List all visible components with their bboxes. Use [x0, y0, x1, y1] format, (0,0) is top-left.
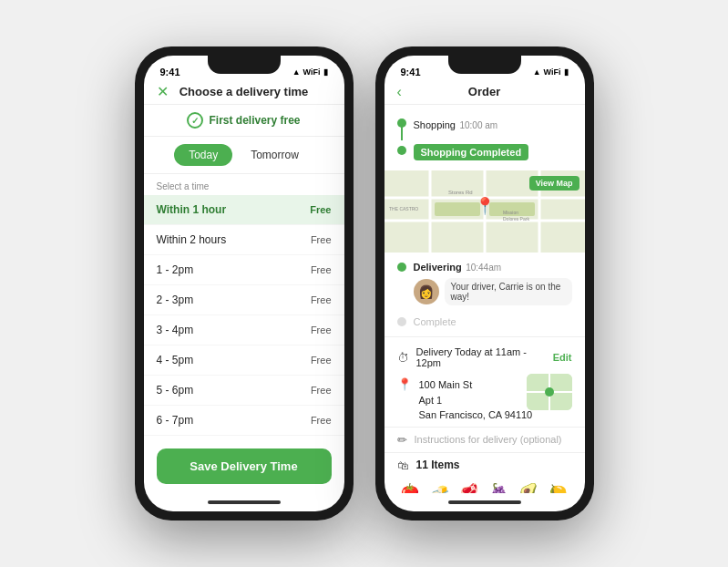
status-time-1: 9:41	[160, 67, 180, 77]
home-bar-2	[448, 500, 521, 504]
delivering-time: 10:44am	[466, 263, 501, 273]
timeline-line-0	[401, 124, 403, 140]
map-pin-icon: 📍	[475, 196, 495, 216]
phone-notch-1	[208, 56, 281, 74]
timeline-completed-label: Shopping Completed	[414, 144, 529, 160]
slot-label-0: Within 1 hour	[157, 203, 227, 216]
timeline-time-0: 10:00 am	[459, 120, 497, 130]
items-row: 🛍 11 Items	[385, 452, 585, 478]
slot-price-3: Free	[311, 294, 332, 305]
wifi-icon: WiFi	[303, 67, 321, 77]
address-text: 100 Main St Apt 1 San Francisco, CA 9411…	[419, 377, 533, 423]
home-indicator-1	[144, 493, 344, 511]
item-4: 🥑	[516, 478, 543, 494]
nav-bar-2: ‹ Order	[385, 81, 585, 105]
tab-row: Today Tomorrow	[144, 137, 344, 174]
item-3: 🍇	[486, 478, 513, 494]
timeline: Shopping 10:00 am Shopping Completed	[385, 105, 585, 170]
map-container: Stores Rd THE CASTRO Mission Dolores Par…	[385, 170, 585, 253]
item-2: 🥩	[456, 478, 484, 494]
slot-price-2: Free	[311, 264, 332, 275]
tab-tomorrow[interactable]: Tomorrow	[236, 144, 313, 166]
timeline-dot-1	[397, 146, 406, 155]
delivery-time-row: ⏱ Delivery Today at 11am - 12pm Edit	[385, 341, 585, 374]
delivering-info: Delivering 10:44am 👩 Your driver, Carrie…	[414, 258, 572, 305]
svg-rect-6	[435, 202, 480, 216]
item-1: 🧈	[426, 478, 454, 494]
slot-price-0: Free	[310, 204, 331, 215]
svg-point-15	[545, 387, 554, 397]
items-count: 11 Items	[416, 459, 460, 471]
status-time-2: 9:41	[401, 67, 421, 77]
slot-price-5: Free	[311, 355, 332, 366]
instructions-row: ✏ Instructions for delivery (optional)	[385, 427, 585, 452]
banner-text: First delivery free	[209, 114, 300, 127]
complete-dot	[397, 317, 406, 326]
nav-title-1: Choose a delivery time	[179, 85, 309, 98]
slot-label-6: 5 - 6pm	[157, 384, 194, 397]
time-slot-0[interactable]: Within 1 hour Free	[144, 195, 344, 225]
home-indicator-2	[385, 493, 585, 511]
clock-icon: ⏱	[397, 351, 409, 365]
time-slot-4[interactable]: 3 - 4pm Free	[144, 315, 344, 345]
time-slot-5[interactable]: 4 - 5pm Free	[144, 345, 344, 376]
slot-label-3: 2 - 3pm	[157, 294, 194, 306]
item-5: 🍋	[545, 478, 572, 494]
home-bar-1	[208, 500, 281, 504]
svg-text:THE CASTRO: THE CASTRO	[389, 206, 418, 211]
wifi-icon-2: WiFi	[544, 67, 561, 77]
phone-notch-2	[448, 56, 521, 74]
slot-price-7: Free	[311, 415, 332, 426]
time-slot-2[interactable]: 1 - 2pm Free	[144, 255, 344, 285]
phone1-content: ✓ First delivery free Today Tomorrow Sel…	[144, 105, 344, 439]
phone2-content: Shopping 10:00 am Shopping Completed	[385, 105, 585, 493]
delivering-dot	[397, 263, 406, 272]
slot-price-4: Free	[311, 325, 332, 335]
address-line2: Apt 1	[419, 393, 533, 408]
slot-price-1: Free	[311, 234, 332, 245]
select-time-label: Select a time	[144, 174, 344, 195]
timeline-item-0: Shopping 10:00 am	[397, 112, 572, 136]
signal-icon-2: ▲	[533, 67, 541, 77]
bag-icon: 🛍	[397, 459, 409, 472]
driver-row: 👩 Your driver, Carrie is on the way!	[414, 278, 572, 305]
edit-button[interactable]: Edit	[553, 352, 572, 363]
time-slot-7[interactable]: 6 - 7pm Free	[144, 406, 344, 436]
view-map-button[interactable]: View Map	[529, 176, 579, 191]
time-slot-1[interactable]: Within 2 hours Free	[144, 225, 344, 255]
phone-1: 9:41 ▲ WiFi ▮ ✕ Choose a delivery time ✓…	[135, 46, 354, 521]
back-button[interactable]: ‹	[397, 84, 402, 100]
address-map-thumbnail	[527, 374, 572, 410]
slot-label-5: 4 - 5pm	[157, 354, 194, 366]
svg-text:Stores Rd: Stores Rd	[448, 190, 473, 195]
address-map-svg	[527, 374, 572, 410]
address-section: 📍 100 Main St Apt 1 San Francisco, CA 94…	[385, 374, 585, 427]
time-slot-6[interactable]: 5 - 6pm Free	[144, 376, 344, 406]
slot-label-7: 6 - 7pm	[157, 414, 194, 427]
divider-1	[385, 336, 585, 337]
item-0: 🍅	[397, 478, 425, 494]
address-line1: 100 Main St	[419, 377, 533, 393]
instructions-text[interactable]: Instructions for delivery (optional)	[415, 434, 572, 445]
battery-icon: ▮	[323, 67, 328, 77]
phone-2: 9:41 ▲ WiFi ▮ ‹ Order	[375, 46, 594, 521]
slot-price-6: Free	[311, 385, 332, 396]
delivering-label: Delivering	[414, 262, 462, 273]
delivery-time-text: Delivery Today at 11am - 12pm	[416, 346, 546, 368]
driver-avatar: 👩	[414, 279, 439, 304]
slot-label-2: 1 - 2pm	[157, 263, 194, 276]
status-icons-1: ▲ WiFi ▮	[292, 67, 328, 77]
edit-icon: ✏	[397, 433, 407, 447]
nav-title-2: Order	[468, 85, 500, 98]
time-slot-3[interactable]: 2 - 3pm Free	[144, 285, 344, 315]
location-icon: 📍	[397, 377, 412, 391]
items-thumbnails: 🍅 🧈 🥩 🍇 🥑 🍋	[385, 478, 585, 494]
check-circle-icon: ✓	[187, 112, 203, 129]
svg-text:Mission: Mission	[503, 210, 518, 215]
tab-today[interactable]: Today	[174, 144, 232, 166]
save-delivery-time-button[interactable]: Save Delivery Time	[157, 448, 332, 484]
close-button[interactable]: ✕	[157, 83, 169, 100]
address-line3: San Francisco, CA 94110	[419, 407, 533, 423]
timeline-item-1: Shopping Completed	[397, 139, 572, 163]
battery-icon-2: ▮	[564, 67, 569, 77]
